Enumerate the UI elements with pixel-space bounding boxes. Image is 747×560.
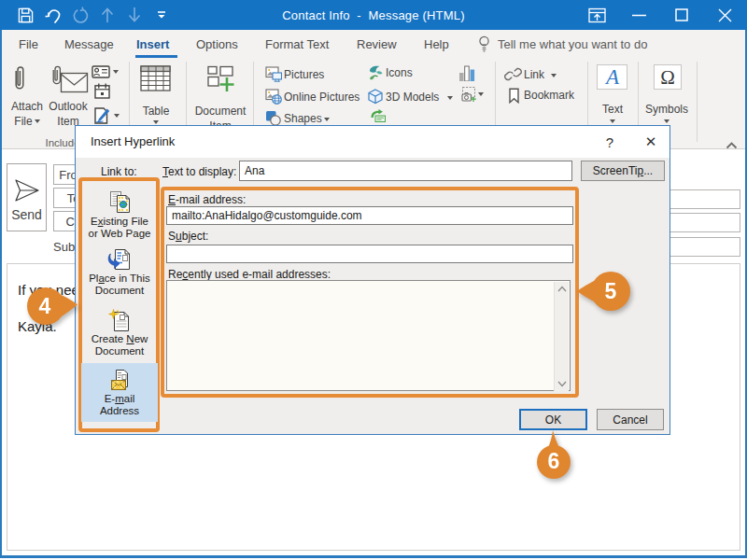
- pictures-label: Pictures: [284, 68, 324, 81]
- screenshot-button[interactable]: [461, 86, 487, 105]
- minimize-icon: [632, 14, 646, 17]
- attach-file-label-line2[interactable]: File: [14, 115, 32, 128]
- symbols-label: Symbols: [645, 103, 688, 116]
- scroll-down-icon[interactable]: [557, 381, 567, 387]
- text-to-display-input[interactable]: Ana: [239, 161, 572, 181]
- online-pictures-button[interactable]: Online Pictures: [265, 89, 282, 105]
- smartart-button[interactable]: [370, 109, 387, 123]
- chart-button[interactable]: [458, 65, 477, 82]
- callout-step-5: 5: [571, 269, 637, 317]
- maximize-button[interactable]: [660, 0, 703, 30]
- place-in-this-document-icon: [107, 248, 133, 272]
- move-up-button-disabled[interactable]: [94, 0, 120, 30]
- sidebar-item-existing-file[interactable]: Existing File or Web Page: [81, 190, 158, 239]
- tab-help[interactable]: Help: [424, 30, 449, 58]
- 3d-models-button[interactable]: 3D Models: [368, 89, 383, 105]
- screentip-button[interactable]: ScreenTip...: [581, 161, 665, 181]
- text-a-icon: A: [602, 66, 623, 88]
- text-dropdown-arrow: [610, 119, 615, 123]
- attach-file-dropdown-arrow: [35, 119, 40, 123]
- scroll-up-icon[interactable]: [557, 286, 567, 292]
- callout-step-4: 4: [23, 284, 83, 330]
- screentip-button-label: ScreenTip...: [593, 164, 653, 177]
- outlook-item-label-line1[interactable]: Outlook: [49, 100, 87, 113]
- listbox-scrollbar[interactable]: [554, 282, 569, 391]
- dialog-close-icon: ✕: [645, 133, 657, 150]
- save-button[interactable]: [12, 0, 38, 30]
- save-icon: [18, 7, 34, 23]
- outlook-message-window: Contact Info - Message (HTML) File Messa…: [0, 0, 747, 560]
- recently-used-listbox[interactable]: [166, 280, 571, 391]
- subject-input[interactable]: [166, 245, 573, 263]
- close-button[interactable]: [703, 0, 746, 30]
- redo-button-disabled[interactable]: [66, 0, 92, 30]
- minimize-button[interactable]: [617, 0, 660, 30]
- icons-button[interactable]: Icons: [368, 64, 383, 81]
- window-border-left: [0, 30, 2, 557]
- 3d-models-icon: [368, 89, 383, 105]
- shapes-dropdown-arrow: [324, 118, 330, 121]
- redo-icon: [71, 7, 89, 24]
- tell-me-label: Tell me what you want to do: [498, 37, 647, 51]
- sidebar-item-label: or Web Page: [81, 228, 158, 240]
- table-dropdown-arrow: [153, 120, 159, 124]
- business-card-button[interactable]: [92, 65, 121, 80]
- recently-used-label: Recently used e-mail addresses:: [168, 268, 331, 281]
- link-button[interactable]: Link: [504, 67, 522, 84]
- icons-icon: [368, 64, 383, 81]
- table-button[interactable]: Table: [134, 63, 177, 130]
- svg-text:Ω: Ω: [660, 67, 675, 88]
- dialog-help-button[interactable]: ?: [591, 126, 628, 158]
- online-pictures-label: Online Pictures: [284, 91, 359, 104]
- tell-me-box[interactable]: Tell me what you want to do: [478, 30, 647, 58]
- calendar-button[interactable]: [94, 83, 111, 100]
- dialog-close-button[interactable]: ✕: [632, 126, 669, 158]
- tab-review[interactable]: Review: [357, 30, 397, 58]
- send-paper-plane-icon: [15, 179, 39, 202]
- tab-insert[interactable]: Insert: [136, 30, 169, 58]
- pictures-button[interactable]: Pictures: [265, 66, 282, 83]
- bookmark-label: Bookmark: [524, 89, 574, 102]
- sidebar-item-label: Create New: [81, 333, 158, 345]
- collapse-ribbon-button[interactable]: [726, 136, 740, 147]
- svg-text:A: A: [603, 66, 619, 88]
- move-down-button-disabled[interactable]: [121, 0, 148, 30]
- email-address-input[interactable]: mailto:AnaHidalgo@customguide.com: [166, 206, 573, 225]
- chart-icon: [458, 65, 475, 81]
- customize-quick-access-toolbar-button[interactable]: [151, 0, 172, 30]
- dialog-title: Insert Hyperlink: [91, 134, 175, 148]
- tab-options[interactable]: Options: [196, 30, 238, 58]
- bookmark-button[interactable]: Bookmark: [508, 88, 520, 105]
- attach-file-label-line1[interactable]: Attach: [11, 100, 43, 113]
- sidebar-item-place-in-document[interactable]: Place in This Document: [81, 248, 158, 296]
- business-card-dropdown-arrow: [113, 70, 119, 74]
- tab-label: Message: [64, 37, 114, 51]
- document-item-button[interactable]: Document Item: [196, 63, 247, 130]
- window-border-bottom: [0, 555, 747, 558]
- sidebar-item-email-address[interactable]: E-mail Address: [81, 369, 158, 416]
- text-button[interactable]: A Text: [593, 63, 634, 130]
- paperclip-icon: [14, 64, 25, 93]
- online-pictures-icon: [265, 89, 282, 105]
- down-arrow-icon: [127, 7, 142, 23]
- ok-button-label: OK: [545, 413, 561, 427]
- tab-format-text[interactable]: Format Text: [265, 30, 329, 58]
- undo-button[interactable]: [40, 0, 66, 30]
- tab-label: Options: [196, 37, 238, 51]
- signature-button[interactable]: [92, 107, 122, 126]
- close-icon: [718, 8, 732, 22]
- cancel-button-label: Cancel: [613, 413, 647, 427]
- sidebar-item-label: Address: [81, 405, 158, 417]
- tab-message[interactable]: Message: [64, 30, 114, 58]
- tab-label: Review: [357, 37, 397, 51]
- table-icon: [140, 65, 171, 91]
- symbols-button[interactable]: Ω Symbols: [650, 63, 691, 130]
- callout-step-5-number: 5: [605, 279, 617, 303]
- tab-file[interactable]: File: [19, 30, 38, 58]
- text-to-display-value: Ana: [245, 164, 264, 177]
- send-label: Send: [7, 207, 47, 222]
- sidebar-item-create-new-document[interactable]: Create New Document: [81, 309, 158, 357]
- ribbon-display-options-button[interactable]: [575, 0, 618, 30]
- symbols-dropdown-arrow: [664, 119, 669, 123]
- cancel-button[interactable]: Cancel: [597, 409, 664, 430]
